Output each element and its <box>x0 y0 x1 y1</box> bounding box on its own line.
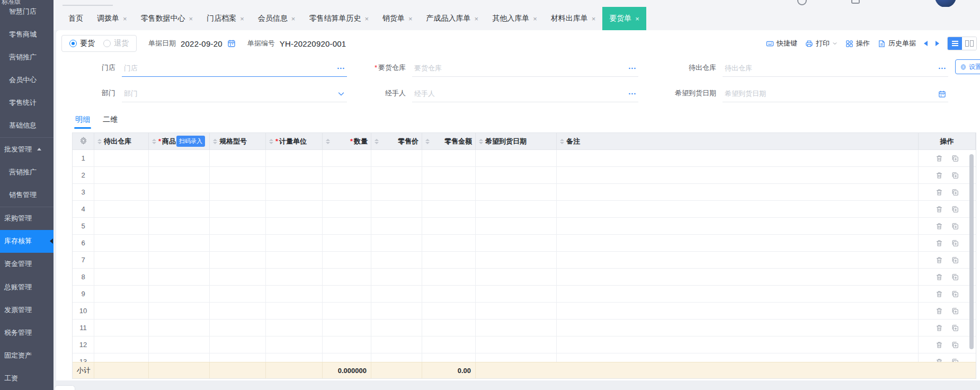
cell[interactable] <box>371 286 422 302</box>
settings-button[interactable]: 设置 <box>955 59 980 74</box>
cell[interactable] <box>149 184 210 200</box>
cell[interactable] <box>557 320 919 336</box>
cell[interactable] <box>476 235 557 251</box>
cell[interactable] <box>266 218 323 234</box>
sort-arrows-icon[interactable] <box>375 139 379 144</box>
cell[interactable] <box>94 184 149 200</box>
cell[interactable] <box>476 320 557 336</box>
cell[interactable] <box>323 303 371 319</box>
tab-材料出库单[interactable]: 材料出库单× <box>544 7 603 30</box>
cell[interactable] <box>266 150 323 166</box>
cell[interactable] <box>371 336 422 353</box>
cell[interactable] <box>476 201 557 217</box>
close-icon[interactable]: × <box>240 15 244 22</box>
cell[interactable] <box>94 286 149 302</box>
prev-record-arrow[interactable] <box>924 41 928 46</box>
field-input-部门[interactable]: 部门 <box>122 86 347 102</box>
cell[interactable] <box>422 218 476 234</box>
close-icon[interactable]: × <box>533 15 537 22</box>
tab-首页[interactable]: 首页 <box>61 7 90 30</box>
sidebar-item-批发管理[interactable]: 批发管理 <box>0 138 54 161</box>
close-icon[interactable]: × <box>408 15 413 22</box>
cell[interactable] <box>422 150 476 166</box>
cell[interactable] <box>422 286 476 302</box>
sidebar-item-零售商城[interactable]: 零售商城 <box>0 23 54 46</box>
cell[interactable] <box>557 269 919 285</box>
cell[interactable] <box>94 353 149 362</box>
tab-要货单[interactable]: 要货单× <box>602 7 646 30</box>
close-icon[interactable]: × <box>123 15 127 22</box>
calendar-icon[interactable] <box>938 90 946 98</box>
field-input-要货仓库[interactable]: 要货仓库 <box>412 60 638 77</box>
cell[interactable] <box>94 320 149 336</box>
cell[interactable] <box>557 150 919 166</box>
cell[interactable] <box>476 150 557 166</box>
cell[interactable] <box>476 218 557 234</box>
cell[interactable] <box>94 235 149 251</box>
cell[interactable] <box>323 218 371 234</box>
cell[interactable] <box>371 353 422 362</box>
cell[interactable] <box>476 353 557 362</box>
cell[interactable] <box>266 269 323 285</box>
sidebar-item-固定资产[interactable]: 固定资产 <box>0 344 54 367</box>
cell[interactable] <box>266 336 323 353</box>
column-header-零售金额[interactable]: 零售金额 <box>422 133 476 149</box>
tab-门店档案[interactable]: 门店档案× <box>200 7 251 30</box>
cell[interactable] <box>371 320 422 336</box>
cell[interactable] <box>557 303 919 319</box>
sidebar-item-零售统计[interactable]: 零售统计 <box>0 92 54 114</box>
cell[interactable] <box>94 150 149 166</box>
sidebar-item-工资[interactable]: 工资 <box>0 367 54 390</box>
cell[interactable] <box>557 218 919 234</box>
list-view-toggle[interactable] <box>948 37 962 50</box>
cell[interactable] <box>94 336 149 353</box>
cell[interactable] <box>371 269 422 285</box>
cell[interactable] <box>149 201 210 217</box>
cell[interactable] <box>94 303 149 319</box>
cell[interactable] <box>323 184 371 200</box>
cell[interactable] <box>476 286 557 302</box>
cell[interactable] <box>210 286 266 302</box>
cell[interactable] <box>557 167 919 183</box>
close-icon[interactable]: × <box>364 15 369 22</box>
cell[interactable] <box>557 235 919 251</box>
cell[interactable] <box>422 252 476 268</box>
tab-其他入库单[interactable]: 其他入库单× <box>485 7 544 30</box>
cell[interactable] <box>210 336 266 353</box>
cell[interactable] <box>323 286 371 302</box>
cell[interactable] <box>371 235 422 251</box>
sidebar-item-税务管理[interactable]: 税务管理 <box>0 321 54 344</box>
cell[interactable] <box>149 353 210 362</box>
cell[interactable] <box>210 218 266 234</box>
cell[interactable] <box>557 336 919 353</box>
scan-entry-badge[interactable]: 扫码录入 <box>176 136 205 147</box>
detail-tab-二维[interactable]: 二维 <box>103 115 118 129</box>
radio-要货[interactable]: 要货 <box>69 39 95 48</box>
more-options-icon[interactable] <box>628 92 636 95</box>
column-header-数量[interactable]: *数量 <box>323 133 371 149</box>
cell[interactable] <box>323 167 371 183</box>
close-icon[interactable]: × <box>291 15 296 22</box>
sidebar-item-营销推广[interactable]: 营销推广 <box>0 161 54 183</box>
shortcut-button[interactable]: 快捷键 <box>766 39 797 48</box>
cell[interactable] <box>266 184 323 200</box>
cell[interactable] <box>149 320 210 336</box>
cell[interactable] <box>266 286 323 302</box>
tab-会员信息[interactable]: 会员信息× <box>251 7 302 30</box>
cell[interactable] <box>210 201 266 217</box>
bill-date-value[interactable]: 2022-09-20 <box>181 39 222 48</box>
cell[interactable] <box>371 167 422 183</box>
cell[interactable] <box>266 252 323 268</box>
cell[interactable] <box>94 167 149 183</box>
sidebar-item-资金管理[interactable]: 资金管理 <box>0 253 54 276</box>
cell[interactable] <box>371 218 422 234</box>
more-options-icon[interactable] <box>337 67 345 70</box>
sidebar-item-库存核算[interactable]: 库存核算 <box>0 230 54 253</box>
cell[interactable] <box>323 353 371 362</box>
column-header-计量单位[interactable]: *计量单位 <box>266 133 323 149</box>
avatar[interactable] <box>935 0 956 7</box>
cell[interactable] <box>323 150 371 166</box>
cell[interactable] <box>266 320 323 336</box>
close-icon[interactable]: × <box>475 15 479 22</box>
column-settings-gear-icon[interactable] <box>79 137 87 146</box>
